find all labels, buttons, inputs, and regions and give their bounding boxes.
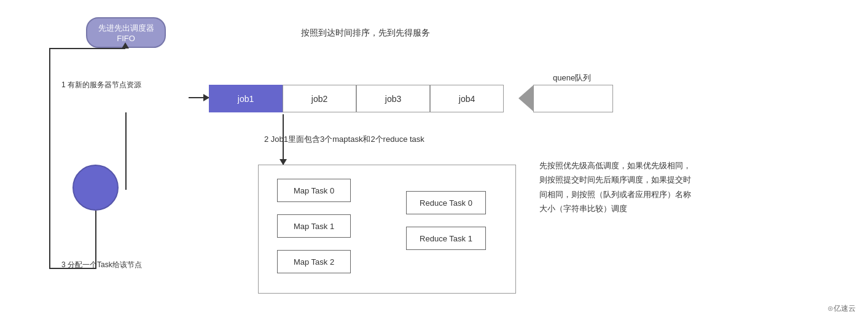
fifo-line2: FIFO bbox=[117, 34, 135, 43]
queue-item-job3: job3 bbox=[356, 85, 430, 112]
reduce-task-1: Reduce Task 1 bbox=[406, 227, 486, 250]
queue-arrow-head bbox=[518, 85, 534, 112]
logo-text: ⊙亿速云 bbox=[827, 303, 856, 314]
map-task-1: Map Task 1 bbox=[277, 214, 351, 238]
main-container: 先进先出调度器 FIFO 按照到达时间排序，先到先得服务 1 有新的服务器节点资… bbox=[0, 0, 868, 320]
arrow-label-3: 3 分配一个Task给该节点 bbox=[61, 260, 142, 270]
step2-label: 2 Job1里面包含3个maptask和2个reduce task bbox=[264, 134, 424, 145]
queue-item-job2: job2 bbox=[283, 85, 356, 112]
fifo-line1: 先进先出调度器 bbox=[98, 23, 154, 34]
queue-label: quene队列 bbox=[553, 72, 591, 84]
loop-right-top-line bbox=[49, 48, 125, 49]
arrow-label-1: 1 有新的服务器节点资源 bbox=[61, 80, 141, 90]
arrow-down-2 bbox=[283, 114, 284, 165]
queue-item-job4: job4 bbox=[430, 85, 504, 112]
queue-arrow bbox=[533, 85, 613, 112]
reduce-task-0: Reduce Task 0 bbox=[406, 191, 486, 214]
task-box: Map Task 0 Map Task 1 Map Task 2 Reduce … bbox=[258, 165, 516, 294]
queue-item-job1: job1 bbox=[209, 85, 283, 112]
queue-row: job1 job2 job3 job4 bbox=[209, 85, 504, 112]
loop-arrow-up bbox=[122, 42, 129, 49]
right-description: 先按照优先级高低调度，如果优先级相同，则按照提交时间先后顺序调度，如果提交时间相… bbox=[539, 158, 693, 216]
queue-arrow-body bbox=[533, 85, 613, 112]
map-task-0: Map Task 0 bbox=[277, 179, 351, 202]
vert-connector bbox=[125, 112, 127, 190]
bottom-logo: ⊙亿速云 bbox=[827, 303, 856, 314]
loop-up-line bbox=[49, 48, 50, 269]
circle-node bbox=[72, 165, 119, 211]
map-task-2: Map Task 2 bbox=[277, 250, 351, 273]
arrow-to-queue bbox=[189, 97, 209, 98]
top-description: 按照到达时间排序，先到先得服务 bbox=[301, 28, 430, 39]
